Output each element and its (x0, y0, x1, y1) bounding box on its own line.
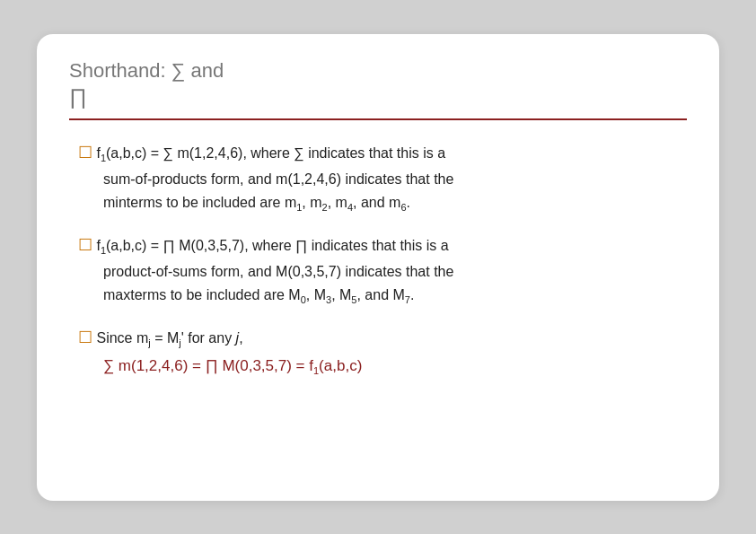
main-card: Shorthand: ∑ and ∏ ☐ f1(a,b,c) = ∑ m(1,2… (37, 34, 719, 501)
since-text: Since mj = Mj' for any j, (96, 330, 242, 346)
header-title-line2: ∏ (69, 84, 687, 109)
header-title-line1: Shorthand: ∑ and (69, 59, 687, 83)
bullet-block-2: ☐ f1(a,b,c) = ∏ M(0,3,5,7), where ∏ indi… (69, 232, 687, 309)
bullet-2-line-2: product-of-sums form, and M(0,3,5,7) ind… (78, 260, 687, 284)
bullet-2-square: ☐ (78, 236, 92, 254)
bullet-1-square: ☐ (78, 144, 92, 162)
card-header: Shorthand: ∑ and ∏ (69, 59, 687, 109)
bullet-1-line-2: sum-of-products form, and m(1,2,4,6) ind… (78, 168, 687, 191)
since-block: ☐ Since mj = Mj' for any j, ∑ m(1,2,4,6)… (69, 325, 687, 376)
bullet-2-f: f1(a,b,c) = ∏ M(0,3,5,7), where ∏ indica… (96, 238, 448, 253)
bullet-1-line-1: ☐ f1(a,b,c) = ∑ m(1,2,4,6), where ∑ indi… (78, 140, 687, 167)
bullet-2-line-1: ☐ f1(a,b,c) = ∏ M(0,3,5,7), where ∏ indi… (78, 232, 687, 259)
bullet-2-line-3: maxterms to be included are M0, M3, M5, … (78, 284, 687, 309)
since-line: ☐ Since mj = Mj' for any j, (78, 325, 687, 352)
header-text-shorthand: Shorthand: ∑ and (69, 59, 224, 83)
bullet-1-f: f1(a,b,c) = ∑ m(1,2,4,6), where ∑ indica… (96, 145, 445, 161)
final-equation: ∑ m(1,2,4,6) = ∏ M(0,3,5,7) = f1(a,b,c) (78, 357, 687, 376)
since-square: ☐ (78, 328, 92, 346)
product-symbol-header: ∏ (69, 84, 87, 109)
section-divider (69, 118, 687, 120)
bullet-1-line-3: minterms to be included are m1, m2, m4, … (78, 191, 687, 216)
bullet-block-1: ☐ f1(a,b,c) = ∑ m(1,2,4,6), where ∑ indi… (69, 140, 687, 216)
